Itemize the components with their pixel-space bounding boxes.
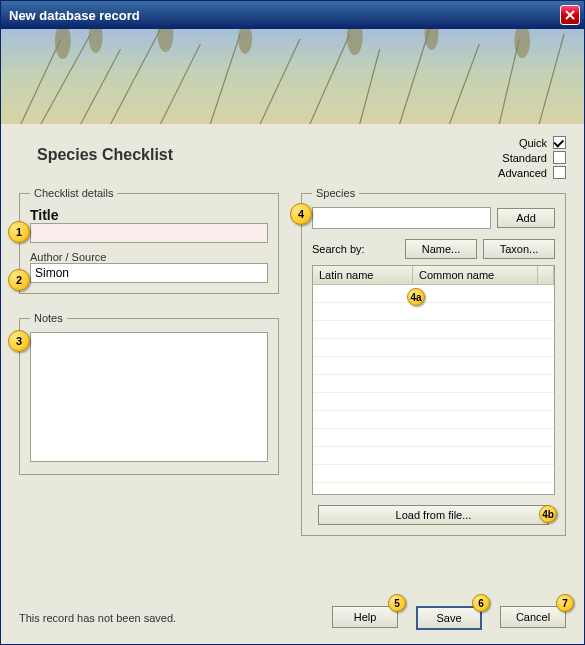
author-input[interactable] [30, 263, 268, 283]
annotation-7: 7 [556, 594, 574, 612]
svg-point-4 [157, 29, 173, 52]
notes-fieldset: Notes 3 [19, 312, 279, 475]
col-common-header[interactable]: Common name [413, 266, 538, 285]
banner-image [1, 29, 584, 124]
save-button[interactable]: Save [416, 606, 482, 630]
svg-point-5 [238, 29, 252, 54]
col-extra-header[interactable] [538, 266, 554, 285]
add-button[interactable]: Add [497, 208, 555, 228]
checklist-legend: Checklist details [30, 187, 117, 199]
window-title: New database record [9, 8, 140, 23]
notes-legend: Notes [30, 312, 67, 324]
close-button[interactable] [560, 5, 580, 25]
checklist-details-fieldset: Checklist details Title Author / Source … [19, 187, 279, 294]
mode-quick-label: Quick [519, 137, 547, 149]
svg-point-6 [347, 29, 363, 55]
annotation-5: 5 [388, 594, 406, 612]
search-name-button[interactable]: Name... [405, 239, 477, 259]
species-table-body[interactable] [313, 285, 554, 494]
species-legend: Species [312, 187, 359, 199]
species-input[interactable] [312, 207, 491, 229]
author-label: Author / Source [30, 251, 268, 263]
annotation-4: 4 [290, 203, 312, 225]
cancel-button[interactable]: Cancel [500, 606, 566, 628]
load-from-file-button[interactable]: Load from file... [318, 505, 549, 525]
annotation-4b: 4b [539, 505, 557, 523]
mode-options: Quick Standard Advanced [498, 136, 566, 181]
status-text: This record has not been saved. [19, 612, 176, 624]
titlebar: New database record [1, 1, 584, 29]
svg-point-8 [514, 29, 530, 58]
species-fieldset: Species Add Search by: Name... Taxon... … [301, 187, 566, 536]
svg-point-3 [89, 29, 103, 53]
species-table: Latin name Common name 4a [312, 265, 555, 495]
svg-point-2 [55, 29, 71, 59]
annotation-4a: 4a [407, 288, 425, 306]
mode-quick-checkbox[interactable] [553, 136, 566, 149]
svg-point-7 [425, 29, 439, 50]
annotation-3: 3 [8, 330, 30, 352]
title-label: Title [30, 207, 268, 223]
close-icon [565, 10, 575, 20]
annotation-2: 2 [8, 269, 30, 291]
col-latin-header[interactable]: Latin name [313, 266, 413, 285]
page-title: Species Checklist [37, 146, 173, 164]
help-button[interactable]: Help [332, 606, 398, 628]
footer: This record has not been saved. Help 5 S… [19, 606, 566, 630]
notes-textarea[interactable] [30, 332, 268, 462]
search-taxon-button[interactable]: Taxon... [483, 239, 555, 259]
mode-advanced-label: Advanced [498, 167, 547, 179]
content-area: Species Checklist Quick Standard Advance… [1, 124, 584, 644]
search-by-label: Search by: [312, 243, 399, 255]
annotation-6: 6 [472, 594, 490, 612]
mode-standard-label: Standard [502, 152, 547, 164]
annotation-1: 1 [8, 221, 30, 243]
mode-advanced-checkbox[interactable] [553, 166, 566, 179]
window: New database record [0, 0, 585, 645]
mode-standard-checkbox[interactable] [553, 151, 566, 164]
title-input[interactable] [30, 223, 268, 243]
